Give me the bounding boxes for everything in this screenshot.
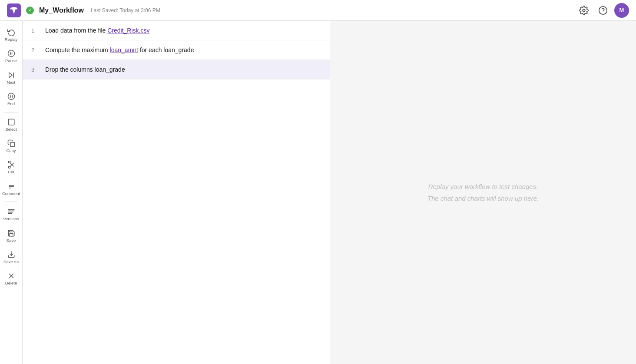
sidebar-item-replay[interactable]: Replay bbox=[0, 25, 23, 45]
sidebar-label-select: Select bbox=[5, 127, 17, 132]
right-panel: Replay your workflow to test changes. Th… bbox=[330, 21, 636, 364]
svg-point-1 bbox=[583, 9, 585, 12]
header-actions: M bbox=[576, 3, 629, 18]
svg-point-4 bbox=[8, 50, 14, 57]
sidebar-item-end[interactable]: End bbox=[0, 89, 23, 109]
status-icon: ✓ bbox=[26, 7, 34, 14]
app-logo bbox=[7, 3, 21, 17]
sidebar-label-save-as: Save As bbox=[3, 259, 19, 264]
sidebar-label-versions: Versions bbox=[3, 216, 19, 221]
step-link-1[interactable]: Credit_Risk.csv bbox=[107, 27, 149, 34]
sidebar-label-comment: Comment bbox=[2, 191, 20, 196]
sidebar-label-delete: Delete bbox=[5, 281, 17, 285]
step-number-1: 1 bbox=[31, 27, 38, 34]
copy-icon bbox=[7, 139, 15, 147]
sidebar-item-save-as[interactable]: Save As bbox=[0, 247, 23, 268]
replay-icon bbox=[7, 28, 15, 36]
sidebar-divider-1 bbox=[4, 112, 18, 113]
sidebar-label-save: Save bbox=[7, 238, 16, 243]
step-text-1: Load data from the file Credit_Risk.csv bbox=[45, 27, 321, 34]
versions-icon bbox=[7, 208, 15, 215]
end-icon bbox=[7, 93, 15, 100]
sidebar-item-pause[interactable]: Pause bbox=[0, 46, 23, 66]
pause-icon bbox=[7, 50, 15, 57]
step-link-2[interactable]: loan_amnt bbox=[110, 46, 138, 53]
sidebar-item-cut[interactable]: Cut bbox=[0, 157, 23, 178]
workflow-title: My_Workflow bbox=[39, 7, 84, 14]
step-row-3[interactable]: 3 Drop the columns loan_grade bbox=[23, 60, 330, 79]
svg-marker-7 bbox=[9, 73, 12, 78]
cut-icon bbox=[7, 161, 15, 169]
svg-point-9 bbox=[8, 93, 14, 100]
save-as-icon bbox=[7, 251, 15, 258]
step-number-3: 3 bbox=[31, 66, 38, 73]
sidebar-item-select[interactable]: Select bbox=[0, 115, 23, 135]
sidebar-item-copy[interactable]: Copy bbox=[0, 136, 23, 156]
last-saved: Last Saved: Today at 3:06 PM bbox=[91, 7, 160, 13]
sidebar-label-end: End bbox=[7, 101, 15, 106]
header: ✓ My_Workflow Last Saved: Today at 3:06 … bbox=[0, 0, 636, 21]
sidebar-item-save[interactable]: Save bbox=[0, 226, 23, 246]
svg-rect-12 bbox=[8, 119, 14, 125]
step-row-2[interactable]: 2 Compute the maximum loan_amnt for each… bbox=[23, 40, 330, 60]
select-icon bbox=[7, 118, 15, 126]
main-content: Replay Pause Next bbox=[0, 21, 636, 364]
sidebar-item-next[interactable]: Next bbox=[0, 68, 23, 88]
placeholder-line2: The chat and charts will show up here. bbox=[427, 192, 539, 204]
sidebar: Replay Pause Next bbox=[0, 21, 23, 364]
sidebar-item-comment[interactable]: Comment bbox=[0, 179, 23, 199]
user-avatar[interactable]: M bbox=[614, 3, 629, 18]
placeholder-line1: Replay your workflow to test changes. bbox=[427, 181, 539, 192]
placeholder-message: Replay your workflow to test changes. Th… bbox=[427, 181, 539, 204]
sidebar-label-next: Next bbox=[7, 80, 16, 85]
sidebar-label-cut: Cut bbox=[8, 169, 14, 174]
step-text-2: Compute the maximum loan_amnt for each l… bbox=[45, 46, 321, 53]
sidebar-label-replay: Replay bbox=[5, 37, 18, 42]
step-row-1[interactable]: 1 Load data from the file Credit_Risk.cs… bbox=[23, 21, 330, 40]
sidebar-divider-2 bbox=[4, 202, 18, 202]
sidebar-label-copy: Copy bbox=[6, 148, 16, 153]
svg-rect-13 bbox=[10, 142, 14, 147]
settings-button[interactable] bbox=[576, 3, 592, 18]
comment-icon bbox=[7, 182, 15, 190]
workflow-panel: 1 Load data from the file Credit_Risk.cs… bbox=[23, 21, 330, 364]
sidebar-label-pause: Pause bbox=[5, 58, 17, 63]
step-text-3: Drop the columns loan_grade bbox=[45, 66, 321, 73]
delete-icon bbox=[7, 272, 15, 280]
help-button[interactable] bbox=[595, 3, 611, 18]
save-icon bbox=[7, 229, 15, 237]
sidebar-item-delete[interactable]: Delete bbox=[0, 268, 23, 289]
step-number-2: 2 bbox=[31, 47, 38, 53]
next-icon bbox=[7, 71, 15, 79]
sidebar-item-versions[interactable]: Versions bbox=[0, 204, 23, 225]
